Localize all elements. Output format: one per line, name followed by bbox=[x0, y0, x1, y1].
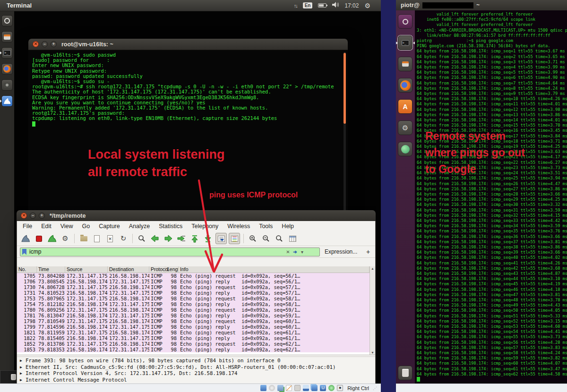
screenshot-icon[interactable] bbox=[1, 79, 13, 91]
maximize-button[interactable]: + bbox=[39, 213, 45, 219]
trash-icon[interactable] bbox=[398, 366, 412, 380]
packet-row[interactable]: 178176.813047216.58.198.174172.31.147.17… bbox=[17, 313, 369, 318]
go-first-icon[interactable] bbox=[189, 233, 200, 244]
keyboard-layout-indicator[interactable]: En bbox=[303, 2, 313, 9]
shared-folder-icon[interactable] bbox=[328, 385, 335, 391]
expand-icon[interactable]: ▶ bbox=[20, 358, 26, 364]
go-last-icon[interactable] bbox=[202, 233, 214, 244]
expression-button[interactable]: Expression... bbox=[325, 248, 357, 255]
column-header[interactable]: Protocol bbox=[149, 266, 165, 273]
menu-help[interactable]: Help bbox=[282, 223, 294, 230]
go-forward-icon[interactable] bbox=[163, 233, 174, 244]
dash-icon[interactable] bbox=[398, 14, 412, 29]
menu-telephony[interactable]: Telephony bbox=[191, 223, 218, 230]
packet-row[interactable]: 175375.807965172.31.147.175216.58.198.17… bbox=[17, 296, 369, 301]
resize-grip[interactable]: ⋰ bbox=[373, 386, 377, 391]
maximize-button[interactable]: + bbox=[51, 41, 57, 47]
expand-icon[interactable]: ▶ bbox=[20, 364, 26, 371]
files-icon[interactable] bbox=[398, 57, 412, 71]
packet-list-scrollbar[interactable]: ▲▼ bbox=[369, 266, 375, 355]
resize-columns-icon[interactable] bbox=[287, 233, 298, 244]
files-icon[interactable] bbox=[1, 31, 13, 43]
menu-file[interactable]: File bbox=[23, 223, 32, 230]
firefox-icon[interactable] bbox=[398, 78, 412, 93]
terminal-icon[interactable]: >_ bbox=[398, 35, 412, 50]
open-file-icon[interactable] bbox=[78, 233, 89, 244]
network-traffic-icon[interactable]: ↑↓ bbox=[294, 3, 297, 9]
expand-icon[interactable]: ▶ bbox=[20, 377, 26, 383]
column-header[interactable]: Destination bbox=[108, 266, 149, 273]
battery-icon[interactable] bbox=[318, 3, 326, 8]
mouse-integration-icon[interactable]: ● bbox=[337, 385, 343, 391]
detail-row[interactable]: ▶Internet Control Message Protocol bbox=[20, 377, 375, 383]
remote-terminal-output[interactable]: valid_lft forever preferred_lft forever … bbox=[415, 10, 567, 383]
terminal-titlebar[interactable]: ✕ – + root@vm-u16lts: ~ bbox=[28, 39, 348, 50]
find-packet-icon[interactable] bbox=[136, 233, 147, 244]
windows-icon[interactable] bbox=[311, 385, 318, 391]
wireshark-icon[interactable] bbox=[1, 95, 13, 107]
colorize-icon[interactable] bbox=[229, 233, 240, 244]
auto-scroll-icon[interactable] bbox=[215, 233, 227, 244]
dash-icon[interactable] bbox=[1, 15, 13, 26]
minimize-button[interactable]: – bbox=[30, 213, 36, 219]
filter-input[interactable] bbox=[29, 248, 284, 255]
filter-add-button[interactable]: + bbox=[364, 248, 372, 256]
green-app-icon[interactable] bbox=[398, 142, 412, 156]
zoom-reset-icon[interactable] bbox=[274, 233, 285, 244]
filter-apply-icon[interactable]: ➔ bbox=[292, 248, 299, 256]
packet-row[interactable]: 179877.810549172.31.147.175216.58.198.17… bbox=[17, 318, 369, 324]
session-gear-icon[interactable]: ⚙ bbox=[364, 2, 370, 9]
menu-view[interactable]: View bbox=[60, 223, 73, 230]
zoom-in-icon[interactable] bbox=[247, 233, 258, 244]
close-button[interactable]: ✕ bbox=[21, 213, 27, 219]
wireshark-titlebar[interactable]: ✕ – + */tmp/remote bbox=[17, 210, 376, 221]
close-file-icon[interactable]: ✕ bbox=[104, 233, 116, 244]
column-header[interactable]: Length bbox=[165, 266, 179, 273]
software-center-icon[interactable]: A bbox=[398, 99, 412, 114]
detail-row[interactable]: ▶Frame 393: 98 bytes on wire (784 bits),… bbox=[20, 358, 375, 364]
clock[interactable]: 17:02 bbox=[344, 2, 359, 9]
packet-row[interactable]: 170673.808545216.58.198.174172.31.147.17… bbox=[17, 279, 369, 284]
minimize-button[interactable]: – bbox=[42, 41, 48, 47]
filter-bookmark-icon[interactable] bbox=[22, 249, 26, 255]
go-to-packet-icon[interactable] bbox=[176, 233, 187, 244]
packet-row[interactable]: 173174.810523216.58.198.174172.31.147.17… bbox=[17, 290, 369, 296]
packet-row[interactable]: 179977.814596216.58.198.174172.31.147.17… bbox=[17, 324, 369, 330]
column-header[interactable]: Info bbox=[179, 266, 369, 273]
expand-icon[interactable]: ▶ bbox=[20, 370, 26, 377]
usb-icon[interactable]: U bbox=[320, 385, 326, 391]
packet-row[interactable]: 182278.815405216.58.198.174172.31.147.17… bbox=[17, 335, 369, 341]
terminal-output[interactable]: @vm-u16lts:~$ sudo passwd[sudo] password… bbox=[28, 50, 348, 224]
menu-analyze[interactable]: Analyze bbox=[129, 223, 150, 230]
column-header[interactable]: Source bbox=[65, 266, 108, 273]
menu-statistics[interactable]: Statistics bbox=[159, 223, 182, 230]
hdd-icon[interactable] bbox=[260, 385, 266, 391]
pen-icon[interactable] bbox=[286, 385, 292, 391]
filter-dropdown-icon[interactable]: ▾ bbox=[299, 248, 306, 256]
packet-row[interactable]: 173074.806728172.31.147.175216.58.198.17… bbox=[17, 284, 369, 290]
packet-row[interactable]: 175475.812182216.58.198.174172.31.147.17… bbox=[17, 301, 369, 307]
network-icon[interactable] bbox=[277, 385, 284, 391]
terminal-icon[interactable]: >_ bbox=[1, 47, 13, 59]
menu-tools[interactable]: Tools bbox=[259, 223, 273, 230]
remote-titlebar[interactable]: piotr@ ~ bbox=[396, 0, 567, 10]
restart-capture-icon[interactable] bbox=[46, 233, 58, 244]
filter-clear-icon[interactable]: ✕ bbox=[284, 248, 292, 256]
volume-icon[interactable] bbox=[332, 2, 339, 9]
terminal-scrollbar[interactable] bbox=[344, 52, 346, 220]
packet-row[interactable]: 182178.811959172.31.147.175216.58.198.17… bbox=[17, 330, 369, 335]
settings-icon[interactable]: ⚙ bbox=[398, 120, 412, 135]
column-header[interactable]: No. bbox=[17, 266, 37, 273]
menu-edit[interactable]: Edit bbox=[41, 223, 52, 230]
detail-row[interactable]: ▶Internet Protocol Version 4, Src: 172.3… bbox=[20, 370, 375, 377]
display-icon[interactable] bbox=[303, 385, 309, 391]
packet-row[interactable]: 185379.818353216.58.198.174172.31.147.17… bbox=[17, 347, 369, 352]
menu-capture[interactable]: Capture bbox=[99, 223, 120, 230]
save-file-icon[interactable] bbox=[91, 233, 103, 244]
reload-icon[interactable]: ↻ bbox=[118, 233, 129, 244]
zoom-out-icon[interactable] bbox=[260, 233, 272, 244]
menu-wireless[interactable]: Wireless bbox=[227, 223, 250, 230]
firefox-icon[interactable] bbox=[1, 63, 13, 75]
menu-go[interactable]: Go bbox=[82, 223, 90, 230]
packet-row[interactable]: 178076.809256172.31.147.175216.58.198.17… bbox=[17, 307, 369, 313]
